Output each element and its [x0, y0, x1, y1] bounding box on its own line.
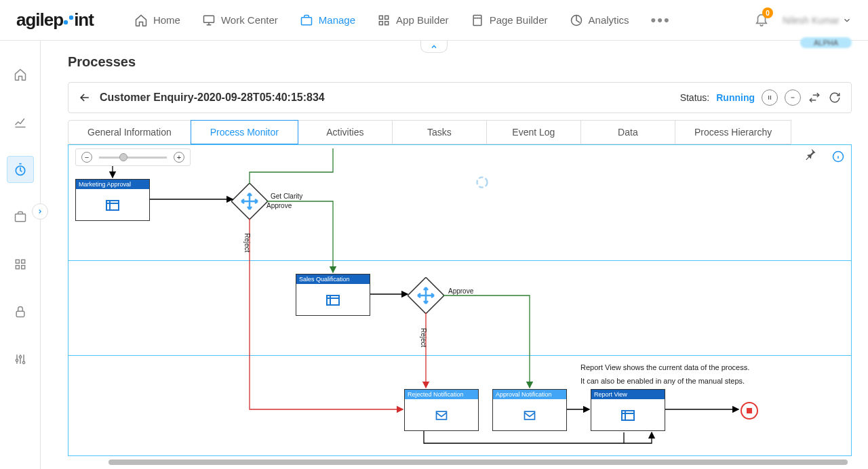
svg-rect-3	[301, 17, 311, 24]
stopwatch-icon	[14, 163, 27, 176]
sliders-icon	[14, 352, 27, 366]
svg-rect-4	[379, 16, 382, 19]
top-navigation: Home Work Center Manage App Builder Page…	[134, 12, 671, 29]
page-icon	[471, 14, 484, 27]
home-icon	[14, 68, 27, 81]
collapse-header-toggle[interactable]	[420, 41, 448, 53]
cancel-button[interactable]	[785, 89, 801, 106]
minus-icon	[789, 94, 796, 101]
swap-button[interactable]	[808, 91, 821, 104]
pin-button[interactable]	[804, 147, 817, 163]
sidebar-home[interactable]	[7, 61, 34, 88]
notification-badge: 0	[762, 7, 773, 18]
flow-connectors	[68, 145, 851, 455]
svg-rect-8	[473, 15, 481, 25]
chevron-down-icon	[842, 16, 852, 25]
svg-rect-2	[203, 16, 214, 22]
edge-label: Approve	[267, 202, 292, 209]
user-menu[interactable]: Nilesh Kumar	[783, 15, 852, 26]
sidebar-analytics[interactable]	[7, 108, 34, 136]
svg-rect-7	[385, 21, 389, 24]
pin-icon	[804, 147, 817, 161]
more-icon: •••	[651, 12, 671, 29]
arrow-left-icon	[78, 91, 92, 104]
nav-workcenter[interactable]: Work Center	[202, 14, 278, 27]
nav-analytics[interactable]: Analytics	[570, 14, 629, 27]
pause-button[interactable]	[762, 89, 778, 106]
nav-appbuilder[interactable]: App Builder	[377, 14, 449, 27]
tab-eventlog[interactable]: Event Log	[486, 120, 581, 144]
sidebar-security[interactable]	[7, 298, 34, 325]
tab-general[interactable]: General Information	[68, 120, 191, 144]
tab-bar: General Information Process Monitor Acti…	[68, 120, 852, 144]
status-label: Status:	[680, 92, 710, 103]
info-note: Report View shows the current data of th…	[580, 363, 749, 371]
refresh-button[interactable]	[828, 91, 842, 104]
edge-label: Reject	[243, 233, 251, 252]
tab-tasks[interactable]: Tasks	[392, 120, 487, 144]
home-icon	[134, 14, 148, 27]
lock-icon	[14, 305, 27, 319]
process-canvas[interactable]: − + Marketing Approval Sales Qualificati…	[68, 144, 852, 456]
svg-rect-12	[16, 260, 19, 263]
grid-icon	[377, 14, 391, 27]
svg-point-18	[19, 356, 21, 358]
edge-label: Get Clarity	[271, 192, 302, 200]
chart-line-icon	[14, 115, 27, 129]
svg-rect-14	[16, 266, 19, 269]
info-note: It can also be enabled in any of the man…	[580, 377, 745, 385]
detail-header: Customer Enquiry-2020-09-28T05:40:15:834…	[68, 82, 852, 113]
info-icon	[832, 150, 844, 163]
zoom-control: − +	[75, 148, 191, 166]
svg-rect-15	[21, 266, 24, 269]
sidebar-settings[interactable]	[7, 346, 34, 373]
zoom-thumb[interactable]	[119, 153, 127, 161]
edge-label: Reject	[420, 328, 427, 347]
apps-icon	[14, 258, 27, 271]
status-value: Running	[716, 92, 755, 103]
notifications[interactable]: 0	[754, 12, 769, 28]
process-name: Customer Enquiry-2020-09-28T05:40:15:834	[100, 91, 325, 104]
nav-pagebuilder[interactable]: Page Builder	[471, 14, 548, 27]
chevron-up-icon	[430, 43, 438, 51]
info-button[interactable]	[832, 150, 844, 165]
zoom-in-button[interactable]: +	[174, 152, 184, 163]
main-content: Processes Customer Enquiry-2020-09-28T05…	[41, 41, 868, 469]
svg-rect-6	[379, 21, 382, 24]
svg-rect-5	[385, 16, 389, 19]
briefcase-icon	[14, 210, 27, 224]
nav-home[interactable]: Home	[134, 14, 180, 27]
svg-rect-21	[770, 96, 771, 100]
svg-point-17	[16, 359, 18, 361]
refresh-icon	[829, 91, 841, 104]
zoom-slider[interactable]	[99, 157, 167, 159]
briefcase-icon	[300, 14, 313, 27]
svg-rect-13	[21, 260, 24, 263]
sidebar-processes[interactable]	[7, 156, 34, 183]
sidebar-apps[interactable]	[7, 251, 34, 278]
tab-data[interactable]: Data	[580, 120, 675, 144]
page-title: Processes	[68, 54, 852, 70]
svg-point-1	[69, 16, 73, 20]
nav-manage[interactable]: Manage	[300, 14, 355, 27]
tab-hierarchy[interactable]: Process Hierarchy	[675, 120, 791, 144]
brand-text-b: int	[74, 9, 94, 30]
monitor-icon	[202, 14, 216, 27]
back-button[interactable]	[78, 91, 92, 104]
tab-monitor[interactable]: Process Monitor	[191, 120, 298, 144]
svg-rect-11	[15, 214, 25, 222]
nav-more[interactable]: •••	[651, 12, 671, 29]
svg-point-0	[64, 20, 68, 24]
svg-rect-20	[768, 96, 769, 100]
analytics-icon	[570, 14, 583, 27]
brand-text-a: agilep	[16, 9, 63, 30]
zoom-out-button[interactable]: −	[81, 152, 92, 163]
svg-rect-16	[16, 311, 24, 317]
svg-point-19	[22, 361, 24, 363]
sidebar-work[interactable]	[7, 203, 34, 230]
tab-activities[interactable]: Activities	[298, 120, 393, 144]
horizontal-scrollbar[interactable]	[108, 460, 848, 465]
pause-icon	[766, 94, 773, 101]
edge-label: Approve	[448, 287, 473, 295]
swap-icon	[808, 91, 821, 104]
